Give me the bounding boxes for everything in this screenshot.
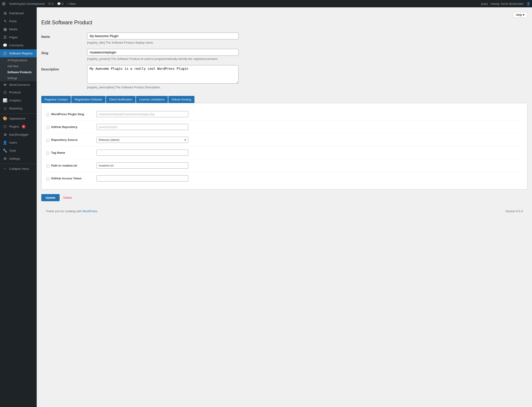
name-field-cell: [registry_title] The Software Product di…: [87, 30, 527, 47]
sidebar-label-settings: Settings: [9, 157, 20, 160]
tab-license-limitations[interactable]: License Limitations: [136, 96, 168, 103]
repository-source-select[interactable]: Release (latest) Release (tag) Branch (l…: [97, 137, 188, 143]
name-hint: [registry_title] The Software Product di…: [87, 41, 527, 44]
update-button[interactable]: Update: [41, 194, 60, 201]
eac-shortcode[interactable]: {eac}: [481, 2, 488, 6]
slug-input[interactable]: [87, 49, 239, 56]
help-button[interactable]: Help ▾: [513, 12, 527, 18]
github-access-token-label-col: i GitHub Access Token: [46, 175, 97, 181]
woocommerce-icon: W: [3, 83, 7, 86]
tag-name-input[interactable]: [97, 149, 188, 156]
sidebar-item-sub-settings[interactable]: Settings: [0, 75, 37, 81]
path-readme-label: Path to readme.txt: [51, 164, 77, 167]
sidebar-label-woocommerce: WooCommerce: [9, 83, 30, 86]
github-repository-input[interactable]: [97, 124, 188, 130]
slug-field-cell: [registry_product] The Software Product …: [87, 47, 527, 63]
new-content-button[interactable]: + New: [67, 2, 76, 6]
sidebar-item-products[interactable]: ☷ Products: [0, 88, 37, 96]
wp-plugin-slug-row: i WordPress Plugin Slug: [46, 108, 523, 121]
sidebar-item-marketing[interactable]: ◇ Marketing: [0, 104, 37, 112]
site-name[interactable]: EarthAsylum Development: [9, 2, 45, 6]
repository-source-info-icon[interactable]: i: [46, 139, 50, 142]
sidebar-item-plugins[interactable]: ⬡ Plugins 4: [0, 123, 37, 131]
tab-registrar-contact[interactable]: Registrar Contact: [41, 96, 71, 103]
github-access-token-info-icon[interactable]: i: [46, 177, 50, 181]
software-registry-icon: ⬡: [3, 51, 7, 55]
sidebar-item-pages[interactable]: ☰ Pages: [0, 33, 37, 41]
sidebar-item-users[interactable]: 👤 Users: [0, 139, 37, 147]
repository-source-select-wrapper: Release (latest) Release (tag) Branch (l…: [97, 137, 188, 143]
wordpress-link[interactable]: WordPress: [83, 210, 97, 213]
repository-source-input-col: Release (latest) Release (tag) Branch (l…: [97, 137, 523, 143]
sidebar-item-add-new[interactable]: Add New: [0, 63, 37, 69]
path-readme-info-icon[interactable]: i: [46, 164, 50, 168]
tag-name-row: i Tag Name: [46, 146, 523, 159]
description-label: Description: [41, 63, 87, 91]
wp-plugin-slug-input[interactable]: [97, 111, 188, 117]
sidebar-item-analytics[interactable]: 📊 Analytics: [0, 96, 37, 104]
sidebar-label-products: Products: [9, 91, 21, 94]
sidebar-item-posts[interactable]: ✎ Posts: [0, 17, 37, 25]
path-readme-label-col: i Path to readme.txt: [46, 162, 97, 168]
slug-row: Slug [registry_product] The Software Pro…: [41, 47, 527, 63]
software-registry-submenu: All Registrations Add New Software Produ…: [0, 57, 37, 81]
admin-bar: ⊕ EarthAsylum Development ↻ 5 💬 0 + New …: [0, 0, 532, 7]
main-form-table: Name [registry_title] The Software Produ…: [41, 30, 527, 91]
updates-count[interactable]: ↻ 5: [48, 2, 54, 6]
sidebar-label-all-registrations: All Registrations: [7, 59, 27, 62]
howdy-user[interactable]: Howdy, Kevin Burkholder: [491, 2, 524, 6]
github-access-token-input-col: [97, 175, 523, 181]
menu-divider-2: [0, 164, 37, 164]
path-readme-row: i Path to readme.txt: [46, 159, 523, 172]
tab-registration-defaults[interactable]: Registration Defaults: [71, 96, 106, 103]
slug-label: Slug: [41, 47, 87, 63]
submit-row: Update Delete: [41, 194, 527, 201]
dashboard-icon: ⊞: [3, 11, 7, 15]
sidebar-item-settings[interactable]: ⚙ Settings: [0, 155, 37, 163]
path-readme-input[interactable]: [97, 162, 188, 169]
updates-icon: ↻: [48, 2, 51, 6]
github-repository-info-icon[interactable]: i: [46, 126, 50, 129]
sidebar-item-dashboard[interactable]: ⊞ Dashboard: [0, 9, 37, 17]
sidebar-item-all-registrations[interactable]: All Registrations: [0, 57, 37, 63]
sidebar-label-marketing: Marketing: [9, 107, 22, 110]
sidebar-label-posts: Posts: [9, 19, 17, 23]
sidebar-item-software-products[interactable]: Software Products: [0, 69, 37, 75]
sidebar-item-tools[interactable]: 🔧 Tools: [0, 147, 37, 155]
delete-button[interactable]: Delete: [63, 196, 72, 199]
tab-panel-github-hosting: i WordPress Plugin Slug i GitHub Reposit…: [41, 103, 527, 189]
sidebar-item-eacdoojigger[interactable]: ⊕ {eac}Doojigger: [0, 131, 37, 139]
sidebar-item-woocommerce[interactable]: W WooCommerce: [0, 81, 37, 88]
page-footer: Thank you for creating with WordPress. V…: [41, 206, 527, 217]
menu-divider: [0, 113, 37, 114]
sidebar-label-software-products: Software Products: [7, 71, 32, 74]
sidebar-item-comments[interactable]: 💬 Comments: [0, 41, 37, 49]
sidebar-item-media[interactable]: ▦ Media: [0, 25, 37, 33]
description-textarea[interactable]: My Awesome Plugin is a really cool WordP…: [87, 65, 239, 84]
comments-count[interactable]: 💬 0: [57, 2, 63, 6]
wp-logo-icon[interactable]: ⊕: [2, 1, 6, 7]
products-icon: ☷: [3, 90, 7, 94]
comments-icon: 💬: [57, 2, 61, 6]
github-repository-label: GitHub Repository: [51, 125, 77, 129]
sidebar-label-sub-settings: Settings: [7, 77, 17, 80]
sidebar-label-plugins: Plugins: [9, 125, 19, 128]
wp-plugin-slug-info-icon[interactable]: i: [46, 113, 50, 117]
sidebar-label-pages: Pages: [9, 36, 18, 39]
footer-thank-you-text: Thank you for creating with: [46, 210, 83, 213]
sidebar-label-software-registry: Software Registry: [9, 52, 33, 55]
sidebar-collapse-button[interactable]: ← Collapse menu: [0, 165, 37, 172]
user-avatar: 👤: [526, 2, 530, 6]
github-repository-row: i GitHub Repository: [46, 121, 523, 133]
settings-icon: ⚙: [3, 157, 7, 161]
tab-github-hosting[interactable]: Github Hosting: [168, 96, 194, 103]
footer-version: Version 6.5.3: [505, 210, 523, 213]
tag-name-info-icon[interactable]: i: [46, 151, 50, 155]
comments-menu-icon: 💬: [3, 43, 7, 47]
name-input[interactable]: [87, 32, 239, 39]
sidebar-item-software-registry[interactable]: ⬡ Software Registry: [0, 49, 37, 57]
sidebar-item-appearance[interactable]: 🎨 Appearance: [0, 115, 37, 123]
github-access-token-input[interactable]: [97, 175, 188, 181]
tab-client-notification[interactable]: Client Notification: [106, 96, 136, 103]
name-label: Name: [41, 30, 87, 47]
